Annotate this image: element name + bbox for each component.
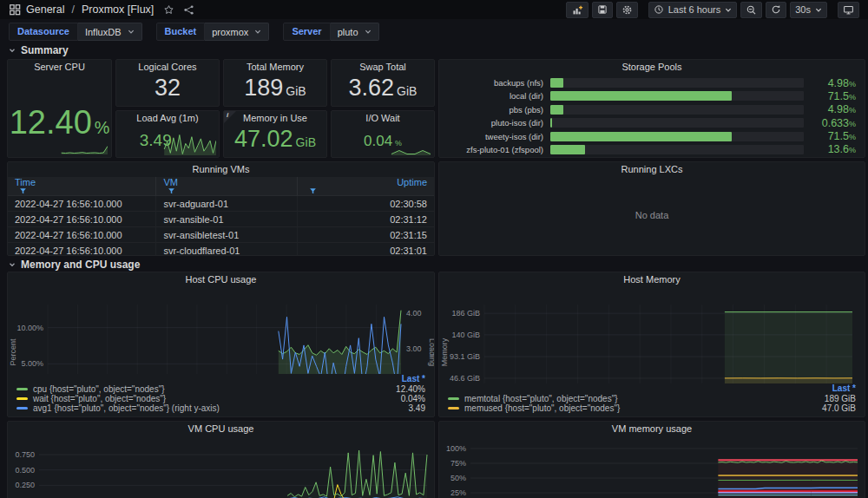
column-header-uptime[interactable]: Uptime [297, 177, 434, 196]
series-color-swatch [16, 407, 28, 410]
legend-last-value: 189 GiB [825, 394, 856, 403]
storage-pool-row: pluto-isos (dir)0.633% [443, 117, 856, 128]
storage-pool-bar [550, 118, 804, 128]
legend-item[interactable]: wait {host="pluto", object="nodes"} [16, 394, 166, 403]
chevron-down-icon [365, 29, 372, 35]
variable-label: Datasource [9, 23, 78, 41]
storage-pool-bar [550, 132, 804, 141]
breadcrumb-dashboard[interactable]: Proxmox [Flux] [82, 3, 154, 16]
panel-title[interactable]: VM memory usage [439, 422, 865, 436]
svg-text:5.00%: 5.00% [21, 359, 43, 368]
storage-pool-label: local (dir) [443, 91, 550, 101]
panel-server-cpu: Server CPU 12.40% [7, 59, 112, 158]
dashboards-grid-icon[interactable] [9, 3, 21, 16]
series-color-swatch [16, 397, 28, 400]
svg-text:0.750: 0.750 [15, 450, 35, 459]
storage-pool-bar [550, 78, 804, 88]
legend-column-header[interactable]: Last * [448, 383, 856, 394]
save-dashboard-button[interactable] [592, 2, 613, 18]
panel-title[interactable]: I/O Wait [332, 111, 434, 126]
storage-pool-row: backups (nfs)4.98% [443, 77, 856, 88]
storage-pool-row: local (dir)71.5% [443, 90, 856, 102]
storage-pool-label: backups (nfs) [443, 78, 550, 88]
panel-title[interactable]: Total Memory [224, 60, 326, 75]
breadcrumb-separator: / [71, 3, 74, 16]
legend-item[interactable]: cpu {host="pluto", object="nodes"} [16, 384, 165, 394]
panel-logical-cores: Logical Cores 32 [115, 59, 220, 107]
panel-running-vms: Running VMs TimeVMUptime2022-04-27 16:56… [7, 161, 435, 256]
storage-pool-label: zfs-pluto-01 (zfspool) [443, 145, 550, 154]
grafana-dashboard: { "nav": { "breadcrumb": {"section": "Ge… [0, 0, 868, 498]
row-header-summary[interactable]: Summary [8, 44, 69, 56]
legend-label: avg1 {host="pluto", object="nodes"} (rig… [33, 403, 220, 413]
legend-row: wait {host="pluto", object="nodes"}0.04% [16, 394, 425, 403]
variable-value-dropdown[interactable]: InfluxDB [78, 23, 142, 41]
panel-title[interactable]: Load Avg (1m) [116, 111, 219, 126]
variable-value-dropdown[interactable]: proxmox [205, 23, 269, 41]
panel-title[interactable]: Logical Cores [116, 60, 219, 75]
zoom-out-button[interactable] [740, 2, 762, 18]
chart-plot-area: 0%5.00%10.00%2.003.004.0011:0011:3012:00… [8, 287, 434, 374]
legend-last-value: 12.40% [396, 384, 425, 394]
variable-label: Bucket [156, 23, 206, 41]
svg-text:75%: 75% [450, 459, 466, 468]
column-header-vm[interactable]: VM [156, 177, 297, 196]
star-icon[interactable] [163, 4, 174, 16]
share-icon[interactable] [183, 4, 194, 16]
table-row: 2022-04-27 16:56:10.000svr-cloudflared-0… [8, 243, 434, 257]
panel-title[interactable]: Host CPU usage [8, 272, 434, 287]
time-range-picker[interactable]: Last 6 hours [648, 2, 738, 18]
panel-title[interactable]: Host Memory [439, 272, 865, 287]
legend-row: memused {host="pluto", object="nodes"}47… [448, 403, 856, 413]
storage-pool-label: pluto-isos (dir) [443, 118, 550, 128]
legend-label: memused {host="pluto", object="nodes"} [464, 403, 620, 413]
chevron-down-icon [254, 29, 261, 35]
storage-pool-value: 0.633% [804, 117, 856, 129]
series-color-swatch [448, 407, 459, 410]
refresh-interval-picker[interactable]: 30s [790, 2, 827, 18]
chevron-down-icon [815, 7, 822, 13]
row-header-memory-cpu[interactable]: Memory and CPU usage [8, 259, 140, 271]
dashboard-variables: Datasource InfluxDB Bucket proxmox Serve… [9, 23, 379, 41]
legend-item[interactable]: memused {host="pluto", object="nodes"} [448, 403, 620, 413]
panel-load-avg: Load Avg (1m) 3.49 [115, 110, 220, 158]
filter-icon [168, 187, 175, 195]
panel-title[interactable]: Running VMs [8, 162, 434, 177]
chart-plot-area: 0 B46.6 GiB93.1 GiB140 GiB186 GiB11:0011… [439, 287, 865, 383]
svg-text:46.6 GiB: 46.6 GiB [450, 374, 480, 383]
dashboard-settings-button[interactable] [616, 2, 638, 18]
panel-title[interactable]: Server CPU [8, 60, 111, 75]
panel-running-lxcs: Running LXCs No data [438, 161, 865, 256]
sparkline [11, 145, 108, 154]
svg-text:93.1 GiB: 93.1 GiB [450, 352, 480, 361]
svg-text:10.00%: 10.00% [16, 324, 43, 332]
panel-title[interactable]: Storage Pools [439, 60, 865, 75]
panel-title[interactable]: Memory in Use [224, 111, 326, 126]
legend-row: avg1 {host="pluto", object="nodes"} (rig… [16, 403, 425, 413]
no-data-message: No data [439, 177, 865, 252]
storage-pool-label: tweety-isos (dir) [443, 132, 550, 141]
panel-title[interactable]: VM CPU usage [8, 422, 434, 436]
legend-label: memtotal {host="pluto", object="nodes"} [464, 394, 618, 403]
legend-row: cpu {host="pluto", object="nodes"}12.40% [16, 384, 425, 394]
variable-value-dropdown[interactable]: pluto [331, 23, 379, 41]
chevron-down-icon [8, 46, 16, 55]
panel-title[interactable]: Running LXCs [439, 162, 865, 177]
variable-label: Server [283, 23, 330, 41]
add-panel-button[interactable] [566, 2, 589, 18]
legend-column-header[interactable]: Last * [16, 374, 425, 384]
refresh-icon [771, 4, 781, 15]
breadcrumb-folder[interactable]: General [26, 3, 64, 16]
column-header-time[interactable]: Time [8, 177, 156, 196]
legend-item[interactable]: memtotal {host="pluto", object="nodes"} [448, 394, 618, 403]
panel-title[interactable]: Swap Total [332, 60, 434, 75]
gear-icon [621, 4, 633, 16]
legend-item[interactable]: avg1 {host="pluto", object="nodes"} (rig… [16, 403, 220, 413]
svg-text:25%: 25% [450, 488, 466, 497]
svg-text:4.00: 4.00 [406, 309, 422, 318]
storage-pool-value: 4.98% [804, 103, 856, 115]
panel-vm-memory-usage: VM memory usage 25%50%75%100% [438, 421, 865, 498]
cycle-view-mode-button[interactable] [838, 2, 859, 18]
refresh-button[interactable] [766, 2, 786, 18]
svg-text:Loading: Loading [428, 338, 434, 366]
